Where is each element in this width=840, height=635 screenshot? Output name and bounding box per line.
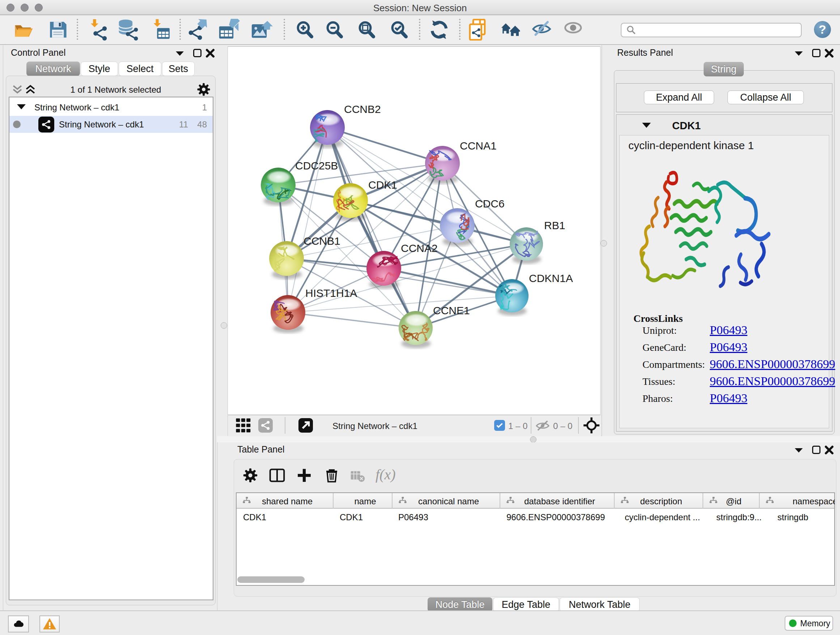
svg-text:CDC25B: CDC25B [295, 160, 338, 172]
svg-text:CDKN1A: CDKN1A [529, 272, 573, 284]
svg-text:HIST1H1A: HIST1H1A [305, 287, 357, 299]
svg-text:CDC6: CDC6 [475, 198, 505, 210]
svg-text:CCNB2: CCNB2 [344, 103, 381, 115]
svg-text:CCNA2: CCNA2 [401, 242, 438, 254]
svg-text:CDK1: CDK1 [368, 179, 397, 191]
svg-text:CCNB1: CCNB1 [303, 235, 340, 247]
svg-text:CCNE1: CCNE1 [433, 304, 470, 317]
svg-text:CCNA1: CCNA1 [460, 140, 497, 152]
svg-text:RB1: RB1 [544, 219, 565, 231]
